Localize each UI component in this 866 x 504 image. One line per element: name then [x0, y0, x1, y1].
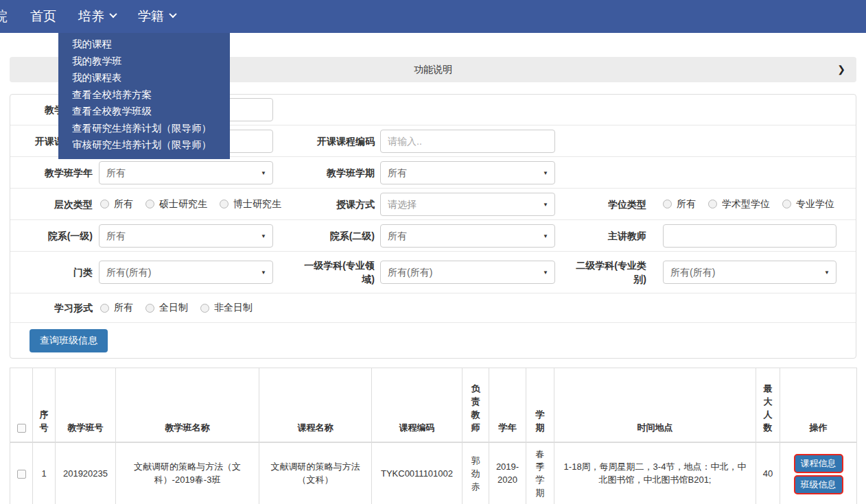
- header-class-no: 教学班号: [56, 368, 116, 442]
- header-term: 学期: [526, 368, 554, 442]
- menu-item-audit-grad-training-plan[interactable]: 审核研究生培养计划（限导师）: [58, 136, 230, 154]
- nav-item-label: 首页: [30, 8, 56, 25]
- select-arrow-icon: ▼: [261, 170, 266, 176]
- nav-item-home[interactable]: 首页: [19, 0, 67, 33]
- top-navbar: 院 首页 培养 学籍: [0, 0, 866, 33]
- chevron-down-icon: [169, 10, 176, 18]
- table-row: 1 201920235 文献调研的策略与方法（文科）-2019春-3班 文献调研…: [10, 442, 857, 504]
- select-arrow-icon: ▼: [543, 233, 548, 239]
- radio-label: 所有: [114, 302, 133, 314]
- radio-icon: [708, 200, 717, 208]
- discipline-level2-label: 二级学科(专业类别): [571, 259, 646, 287]
- radio-label: 硕士研究生: [159, 198, 207, 211]
- radio-icon: [100, 304, 109, 313]
- discipline-level1-select[interactable]: 所有(所有) ▼: [380, 261, 555, 284]
- discipline-level2-select[interactable]: 所有(所有) ▼: [663, 261, 836, 284]
- select-value: 所有(所有): [106, 261, 151, 283]
- header-select-all: [10, 368, 33, 442]
- filter-row-dept: 院系(一级) 所有 ▼ 院系(二级) 所有 ▼ 主讲教师: [10, 220, 856, 252]
- radio-label: 博士研究生: [233, 198, 281, 211]
- cell-course-name: 文献调研的策略与方法（文科）: [259, 442, 372, 504]
- page: 院 首页 培养 学籍 我的课程 我的教学班 我的课程表 查看全校培养方案 查看全…: [0, 0, 866, 504]
- chevron-right-icon[interactable]: ❯: [837, 57, 845, 82]
- select-all-checkbox[interactable]: [17, 424, 26, 433]
- teaching-mode-select[interactable]: 请选择 ▼: [380, 193, 555, 216]
- table-header-row: 序号 教学班号 教学班名称 课程名称 课程编码 负责教师 学年 学期 时间地点 …: [10, 368, 857, 442]
- filter-row-study-form: 学习形式 所有 全日制 非全日制: [10, 293, 856, 323]
- header-course-code: 课程编码: [372, 368, 463, 442]
- header-year: 学年: [489, 368, 526, 442]
- cell-max: 40: [756, 442, 780, 504]
- radio-option-master[interactable]: 硕士研究生: [145, 198, 207, 211]
- select-arrow-icon: ▼: [543, 170, 548, 176]
- radio-option-fulltime[interactable]: 全日制: [145, 302, 188, 314]
- cell-class-name: 文献调研的策略与方法（文科）-2019春-3班: [116, 442, 259, 504]
- lecturer-input[interactable]: [663, 224, 836, 248]
- radio-option-all[interactable]: 所有: [100, 198, 133, 211]
- cell-actions: 课程信息 班级信息: [780, 442, 857, 504]
- menu-item-my-teaching-classes[interactable]: 我的教学班: [58, 53, 230, 70]
- filter-row-year-term: 教学班学年 所有 ▼ 教学班学期 所有 ▼: [10, 157, 856, 189]
- dept-level2-select[interactable]: 所有 ▼: [380, 224, 555, 248]
- cell-year: 2019-2020: [489, 442, 526, 504]
- header-seq: 序号: [33, 368, 56, 442]
- row-checkbox[interactable]: [17, 470, 26, 479]
- radio-icon: [782, 200, 791, 208]
- radio-icon: [663, 200, 672, 208]
- menu-item-view-grad-training-plan[interactable]: 查看研究生培养计划（限导师）: [58, 120, 230, 137]
- degree-type-radio-group: 所有 学术型学位 专业学位: [663, 189, 834, 219]
- header-course-name: 课程名称: [259, 368, 372, 442]
- nav-item-label: 培养: [78, 8, 104, 25]
- radio-option-parttime[interactable]: 非全日制: [200, 302, 253, 314]
- class-info-button[interactable]: 班级信息: [794, 475, 843, 494]
- select-value: 所有(所有): [388, 261, 432, 283]
- radio-option-academic[interactable]: 学术型学位: [708, 198, 770, 211]
- menu-item-view-all-teaching-classes[interactable]: 查看全校教学班级: [58, 103, 230, 120]
- degree-type-label: 学位类型: [571, 197, 646, 211]
- class-year-select[interactable]: 所有 ▼: [99, 161, 273, 184]
- results-table-container: 序号 教学班号 教学班名称 课程名称 课程编码 负责教师 学年 学期 时间地点 …: [10, 368, 856, 504]
- class-term-select[interactable]: 所有 ▼: [380, 161, 555, 184]
- cell-teacher: 郭劲赤: [463, 442, 489, 504]
- radio-label: 专业学位: [796, 198, 834, 211]
- nav-item-training[interactable]: 培养: [67, 0, 127, 33]
- menu-item-view-training-plans[interactable]: 查看全校培养方案: [58, 86, 230, 104]
- level-type-label: 层次类型: [17, 197, 93, 211]
- radio-option-all[interactable]: 所有: [100, 302, 133, 314]
- dept-level1-label: 院系(一级): [17, 228, 93, 242]
- radio-option-doctor[interactable]: 博士研究生: [220, 198, 281, 211]
- query-class-info-button[interactable]: 查询班级信息: [30, 329, 108, 352]
- radio-icon: [220, 200, 229, 208]
- dept-level1-select[interactable]: 所有 ▼: [99, 224, 273, 248]
- category-label: 门类: [17, 265, 93, 279]
- menu-item-my-courses[interactable]: 我的课程: [58, 36, 230, 53]
- nav-item-student-status[interactable]: 学籍: [127, 0, 187, 33]
- logo-text-partial: 院: [0, 8, 9, 26]
- class-term-label: 教学班学期: [299, 165, 375, 179]
- level-type-radio-group: 所有 硕士研究生 博士研究生: [100, 189, 281, 219]
- header-class-name: 教学班名称: [116, 368, 259, 442]
- radio-label: 所有: [114, 198, 133, 211]
- training-dropdown-menu: 我的课程 我的教学班 我的课程表 查看全校培养方案 查看全校教学班级 查看研究生…: [58, 33, 230, 159]
- cell-class-no: 201920235: [56, 442, 116, 504]
- radio-option-professional[interactable]: 专业学位: [782, 198, 834, 211]
- radio-icon: [145, 304, 154, 313]
- radio-label: 全日制: [159, 302, 188, 314]
- radio-option-all[interactable]: 所有: [663, 198, 696, 211]
- course-info-button[interactable]: 课程信息: [794, 454, 843, 473]
- header-actions: 操作: [780, 368, 857, 442]
- radio-label: 学术型学位: [722, 198, 770, 211]
- header-max: 最大人数: [756, 368, 780, 442]
- select-value: 所有: [388, 225, 407, 247]
- radio-icon: [100, 200, 109, 208]
- menu-item-my-timetable[interactable]: 我的课程表: [58, 69, 230, 86]
- select-arrow-icon: ▼: [261, 269, 266, 276]
- chevron-down-icon: [109, 10, 117, 18]
- study-form-label: 学习形式: [17, 301, 93, 315]
- category-select[interactable]: 所有(所有) ▼: [99, 261, 273, 284]
- radio-icon: [200, 304, 209, 313]
- dept-level2-label: 院系(二级): [299, 228, 375, 242]
- course-code-input[interactable]: [380, 130, 555, 153]
- select-value: 所有: [388, 162, 407, 184]
- results-table: 序号 教学班号 教学班名称 课程名称 课程编码 负责教师 学年 学期 时间地点 …: [10, 368, 857, 504]
